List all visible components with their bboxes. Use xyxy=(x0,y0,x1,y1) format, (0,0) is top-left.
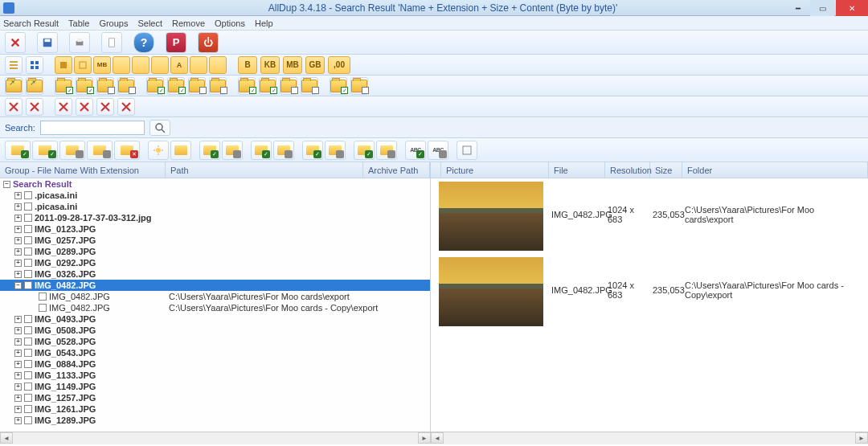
scroll-right-l[interactable]: ◄ xyxy=(431,432,444,444)
sel-15[interactable] xyxy=(457,141,477,160)
col-folder[interactable]: Folder xyxy=(682,162,868,178)
tree-group[interactable]: +IMG_0543.JPG xyxy=(0,347,430,358)
col-btn-7[interactable] xyxy=(209,56,227,74)
folder-no-2[interactable] xyxy=(117,77,135,95)
tree-group[interactable]: +IMG_1257.JPG xyxy=(0,392,430,403)
folder-open-1[interactable]: ↗ xyxy=(5,77,23,95)
col-btn-2[interactable] xyxy=(74,56,92,74)
sel-4[interactable] xyxy=(87,141,113,160)
folder-chk-4[interactable] xyxy=(167,77,185,95)
minimize-button[interactable]: ━ xyxy=(786,0,810,16)
tree-group[interactable]: +IMG_0326.JPG xyxy=(0,268,430,280)
pinterest-button[interactable]: P xyxy=(166,32,186,53)
unit-decimal[interactable]: ,00 xyxy=(328,56,350,74)
search-input[interactable] xyxy=(40,121,145,135)
power-button[interactable]: ⏻ xyxy=(198,32,219,53)
col-btn-mb[interactable]: MB xyxy=(93,56,111,74)
menu-remove[interactable]: Remove xyxy=(172,18,205,28)
col-btn-4[interactable] xyxy=(132,56,149,74)
tree-group[interactable]: +IMG_0289.JPG xyxy=(0,246,430,257)
unit-b[interactable]: B xyxy=(238,56,257,74)
sel-1[interactable]: ✓ xyxy=(5,141,31,160)
unit-mb[interactable]: MB xyxy=(283,56,302,74)
sel-abc2[interactable]: ABC xyxy=(428,141,448,160)
sel-10[interactable] xyxy=(273,141,294,160)
tree-file[interactable]: IMG_0482.JPGC:\Users\Yaara\Pictures\For … xyxy=(0,291,430,302)
folder-no-5[interactable] xyxy=(280,77,297,95)
tree-file[interactable]: IMG_0482.JPGC:\Users\Yaara\Pictures\For … xyxy=(0,302,430,313)
del-chk-2[interactable] xyxy=(26,98,43,116)
search-button[interactable] xyxy=(149,120,170,136)
tree-group[interactable]: +IMG_0493.JPG xyxy=(0,313,430,325)
col-btn-a[interactable]: A xyxy=(170,56,188,74)
tree-group[interactable]: +IMG_0123.JPG xyxy=(0,223,430,235)
tree-group[interactable]: +IMG_1133.JPG xyxy=(0,370,430,381)
view-list-icon[interactable] xyxy=(5,56,23,74)
sel-11[interactable]: ✓ xyxy=(302,141,323,160)
menu-select[interactable]: Select xyxy=(137,18,162,28)
col-archive[interactable]: Archive Path xyxy=(363,162,430,178)
folder-chk-7[interactable] xyxy=(330,77,347,95)
unit-gb[interactable]: GB xyxy=(305,56,325,74)
sel-14[interactable] xyxy=(376,141,397,160)
menu-options[interactable]: Options xyxy=(215,18,245,28)
tree-group[interactable]: +2011-09-28-17-37-03-312.jpg xyxy=(0,212,430,223)
view-grid-icon[interactable] xyxy=(26,56,43,74)
folder-no-4[interactable] xyxy=(209,77,227,95)
tree-group[interactable]: +IMG_0884.JPG xyxy=(0,358,430,370)
report-button[interactable] xyxy=(101,32,122,53)
sel-5[interactable]: ✕ xyxy=(114,141,140,160)
sel-new[interactable] xyxy=(148,141,169,160)
col-group[interactable]: Group - File Name With Extension xyxy=(0,162,166,178)
col-btn-3[interactable] xyxy=(113,56,130,74)
delete-button[interactable] xyxy=(5,32,26,53)
unit-kb[interactable]: KB xyxy=(260,56,280,74)
del-chk-6[interactable] xyxy=(117,98,135,116)
sel-7[interactable]: ✓ xyxy=(199,141,220,160)
sel-6[interactable] xyxy=(170,141,191,160)
folder-chk-5[interactable] xyxy=(238,77,256,95)
del-chk-4[interactable] xyxy=(76,98,93,116)
tree-group[interactable]: +IMG_0257.JPG xyxy=(0,235,430,246)
folder-open-2[interactable]: ↗ xyxy=(26,77,43,95)
del-chk-3[interactable] xyxy=(55,98,72,116)
tree-root[interactable]: −Search Result xyxy=(0,178,430,190)
print-button[interactable] xyxy=(69,32,90,53)
tree-group[interactable]: +IMG_0528.JPG xyxy=(0,336,430,347)
menu-search-result[interactable]: Search Result xyxy=(3,18,59,28)
scroll-left-r[interactable]: ► xyxy=(418,432,431,444)
detail-row[interactable]: IMG_0482.JPG1024 x 683235,053C:\Users\Ya… xyxy=(431,178,868,254)
result-tree[interactable]: −Search Result+.picasa.ini+.picasa.ini+2… xyxy=(0,178,430,432)
col-resolution[interactable]: Resolution xyxy=(605,162,650,178)
sel-8[interactable] xyxy=(222,141,243,160)
sel-9[interactable]: ✓ xyxy=(251,141,272,160)
tree-group[interactable]: +.picasa.ini xyxy=(0,201,430,212)
sel-abc1[interactable]: ABC✓ xyxy=(405,141,426,160)
folder-no-3[interactable] xyxy=(188,77,206,95)
col-btn-5[interactable] xyxy=(151,56,169,74)
col-handle[interactable] xyxy=(431,162,441,178)
col-size[interactable]: Size xyxy=(650,162,682,178)
col-btn-1[interactable] xyxy=(55,56,72,74)
del-chk-5[interactable] xyxy=(96,98,114,116)
menu-table[interactable]: Table xyxy=(68,18,89,28)
tree-group[interactable]: +IMG_1149.JPG xyxy=(0,381,430,392)
tree-group[interactable]: +.picasa.ini xyxy=(0,190,430,201)
folder-chk-2[interactable] xyxy=(76,77,93,95)
folder-no-7[interactable] xyxy=(350,77,368,95)
del-chk-1[interactable] xyxy=(5,98,23,116)
tree-group[interactable]: +IMG_0292.JPG xyxy=(0,257,430,268)
sel-12[interactable] xyxy=(325,141,346,160)
folder-no-1[interactable] xyxy=(96,77,114,95)
tree-group[interactable]: +IMG_0508.JPG xyxy=(0,325,430,336)
menu-groups[interactable]: Groups xyxy=(99,18,128,28)
tree-group[interactable]: −IMG_0482.JPG xyxy=(0,280,430,291)
help-button[interactable]: ? xyxy=(133,32,154,53)
menu-help[interactable]: Help xyxy=(255,18,273,28)
folder-chk-3[interactable] xyxy=(146,77,164,95)
col-btn-6[interactable] xyxy=(190,56,207,74)
save-button[interactable] xyxy=(37,32,58,53)
col-file[interactable]: File xyxy=(549,162,605,178)
scroll-left-l[interactable]: ◄ xyxy=(0,432,13,444)
col-path[interactable]: Path xyxy=(166,162,363,178)
